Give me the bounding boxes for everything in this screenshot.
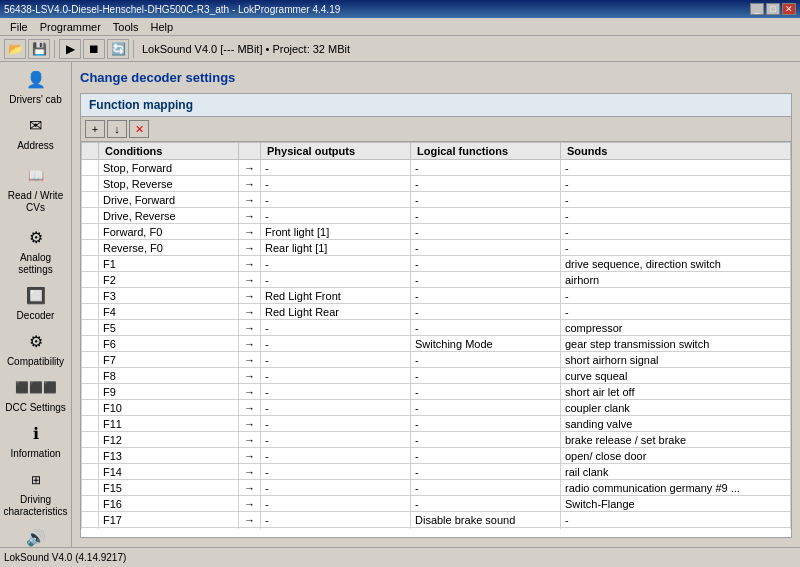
function-panel: Function mapping + ↓ ✕ Conditions Physic…	[80, 93, 792, 538]
table-row[interactable]: Stop, Forward → - - -	[82, 160, 791, 176]
table-row[interactable]: F17 → - Disable brake sound -	[82, 512, 791, 528]
row-indicator	[82, 176, 99, 192]
toolbar-btn-5[interactable]: 🔄	[107, 39, 129, 59]
sidebar-label-decoder: Decoder	[17, 310, 55, 322]
row-logical: -	[411, 528, 561, 530]
table-row[interactable]: F16 → - - Switch-Flange	[82, 496, 791, 512]
row-physical: -	[261, 160, 411, 176]
row-conditions: F9	[99, 384, 239, 400]
sidebar: 👤 Drivers' cab ✉ Address 📖 Read / Write …	[0, 62, 72, 547]
sidebar-label-dcc: DCC Settings	[5, 402, 66, 414]
row-sounds: -	[561, 192, 791, 208]
sidebar-item-drivers-cab[interactable]: 👤 Drivers' cab	[0, 64, 71, 110]
toolbar-btn-1[interactable]: 📂	[4, 39, 26, 59]
close-button[interactable]: ✕	[782, 3, 796, 15]
minimize-button[interactable]: _	[750, 3, 764, 15]
sidebar-item-sound[interactable]: 🔊 Sound	[0, 522, 71, 547]
table-row[interactable]: F9 → - - short air let off	[82, 384, 791, 400]
row-sounds: gear step transmission switch	[561, 336, 791, 352]
row-logical: -	[411, 256, 561, 272]
row-sounds: -	[561, 512, 791, 528]
toolbar-btn-3[interactable]: ▶	[59, 39, 81, 59]
menu-programmer[interactable]: Programmer	[34, 20, 107, 34]
menu-tools[interactable]: Tools	[107, 20, 145, 34]
row-physical: Red Light Front	[261, 288, 411, 304]
table-row[interactable]: F8 → - - curve squeal	[82, 368, 791, 384]
row-sounds: coupler clank	[561, 400, 791, 416]
table-row[interactable]: Forward, F0 → Front light [1] - -	[82, 224, 791, 240]
row-sounds: Switch-Flange	[561, 496, 791, 512]
row-conditions: Stop, Reverse	[99, 176, 239, 192]
table-row[interactable]: F15 → - - radio communication germany #9…	[82, 480, 791, 496]
menu-file[interactable]: File	[4, 20, 34, 34]
maximize-button[interactable]: □	[766, 3, 780, 15]
table-row[interactable]: F12 → - - brake release / set brake	[82, 432, 791, 448]
menu-help[interactable]: Help	[145, 20, 180, 34]
row-sounds: open/ close door	[561, 448, 791, 464]
sidebar-item-dcc[interactable]: ⬛⬛⬛ DCC Settings	[0, 372, 71, 418]
row-logical: -	[411, 480, 561, 496]
table-row[interactable]: Drive, Reverse → - - -	[82, 208, 791, 224]
table-row[interactable]: F10 → - - coupler clank	[82, 400, 791, 416]
decoder-icon: 🔲	[21, 284, 51, 308]
sidebar-item-compatibility[interactable]: ⚙ Compatibility	[0, 326, 71, 372]
sidebar-item-read-write[interactable]: 📖 Read / Write CVs	[0, 160, 71, 218]
row-conditions: Reverse, F0	[99, 240, 239, 256]
row-indicator	[82, 352, 99, 368]
table-row[interactable]: Stop, Reverse → - - -	[82, 176, 791, 192]
row-conditions: F17	[99, 512, 239, 528]
row-indicator	[82, 304, 99, 320]
row-sounds: curve squeal	[561, 368, 791, 384]
address-icon: ✉	[21, 114, 51, 138]
row-conditions: F1	[99, 256, 239, 272]
toolbar-separator-1	[54, 40, 55, 58]
move-down-button[interactable]: ↓	[107, 120, 127, 138]
sidebar-item-decoder[interactable]: 🔲 Decoder	[0, 280, 71, 326]
table-row[interactable]: Drive, Forward → - - -	[82, 192, 791, 208]
row-sounds: compressor	[561, 320, 791, 336]
row-conditions: F14	[99, 464, 239, 480]
row-arrow: →	[239, 496, 261, 512]
table-row[interactable]: F4 → Red Light Rear - -	[82, 304, 791, 320]
table-row[interactable]: F6 → - Switching Mode gear step transmis…	[82, 336, 791, 352]
toolbar-label: LokSound V4.0 [--- MBit] • Project: 32 M…	[142, 43, 350, 55]
table-container[interactable]: Conditions Physical outputs Logical func…	[81, 142, 791, 529]
row-indicator	[82, 208, 99, 224]
row-indicator	[82, 528, 99, 530]
sidebar-item-analog[interactable]: ⚙ Analog settings	[0, 222, 71, 280]
delete-row-button[interactable]: ✕	[129, 120, 149, 138]
toolbar-btn-2[interactable]: 💾	[28, 39, 50, 59]
compatibility-icon: ⚙	[21, 330, 51, 354]
row-conditions: -	[99, 528, 239, 530]
row-logical: Switching Mode	[411, 336, 561, 352]
status-text: LokSound V4.0 (4.14.9217)	[4, 552, 126, 563]
row-sounds: airhorn	[561, 272, 791, 288]
table-row[interactable]: - → - - -	[82, 528, 791, 530]
add-row-button[interactable]: +	[85, 120, 105, 138]
row-physical: -	[261, 512, 411, 528]
table-row[interactable]: F1 → - - drive sequence, direction switc…	[82, 256, 791, 272]
row-sounds: sanding valve	[561, 416, 791, 432]
table-row[interactable]: Reverse, F0 → Rear light [1] - -	[82, 240, 791, 256]
table-row[interactable]: F3 → Red Light Front - -	[82, 288, 791, 304]
row-arrow: →	[239, 192, 261, 208]
row-physical: Front light [1]	[261, 224, 411, 240]
row-conditions: F16	[99, 496, 239, 512]
panel-toolbar: + ↓ ✕	[81, 117, 791, 142]
row-physical: -	[261, 176, 411, 192]
table-row[interactable]: F13 → - - open/ close door	[82, 448, 791, 464]
table-row[interactable]: F7 → - - short airhorn signal	[82, 352, 791, 368]
row-conditions: F7	[99, 352, 239, 368]
row-arrow: →	[239, 256, 261, 272]
sidebar-item-driving[interactable]: ⊞ Driving characteristics	[0, 464, 71, 522]
window-controls[interactable]: _ □ ✕	[750, 3, 796, 15]
col-sounds-header: Sounds	[561, 143, 791, 160]
table-row[interactable]: F11 → - - sanding valve	[82, 416, 791, 432]
table-row[interactable]: F2 → - - airhorn	[82, 272, 791, 288]
sidebar-item-address[interactable]: ✉ Address	[0, 110, 71, 156]
row-physical: -	[261, 336, 411, 352]
toolbar-btn-4[interactable]: ⏹	[83, 39, 105, 59]
table-row[interactable]: F5 → - - compressor	[82, 320, 791, 336]
table-row[interactable]: F14 → - - rail clank	[82, 464, 791, 480]
sidebar-item-information[interactable]: ℹ Information	[0, 418, 71, 464]
